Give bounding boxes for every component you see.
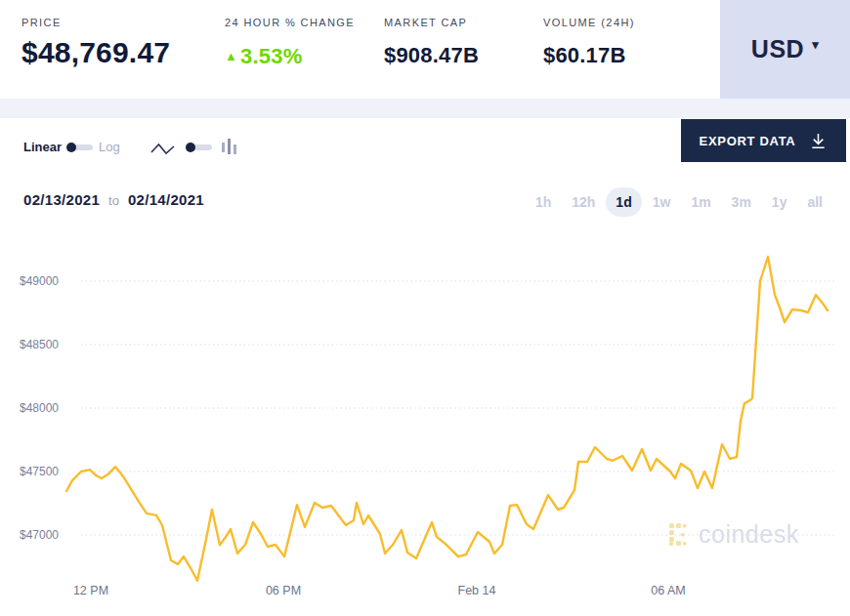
scale-toggle[interactable] <box>66 143 94 152</box>
range-button-1h[interactable]: 1h <box>535 194 551 210</box>
line-chart-icon[interactable] <box>150 142 176 156</box>
export-data-button[interactable]: EXPORT DATA <box>681 119 846 162</box>
coindesk-watermark: coindesk <box>668 520 799 549</box>
chart-controls-row: Linear Log EXPORT DATA <box>0 118 850 175</box>
volume-value: $60.17B <box>543 43 635 68</box>
currency-value: USD <box>751 35 804 63</box>
range-button-3m[interactable]: 3m <box>732 194 751 210</box>
coindesk-logo-icon <box>668 522 692 547</box>
range-button-1d[interactable]: 1d <box>606 187 641 217</box>
x-axis-tick: 06 PM <box>249 584 318 597</box>
end-date[interactable]: 02/14/2021 <box>128 191 204 208</box>
x-axis-tick: 06 AM <box>634 584 702 597</box>
start-date[interactable]: 02/13/2021 <box>23 191 100 208</box>
y-axis-tick: $47000 <box>20 528 78 542</box>
stat-price: PRICE $48,769.47 <box>21 17 170 69</box>
price-label: PRICE <box>21 17 170 28</box>
bar-chart-icon[interactable] <box>222 138 238 157</box>
range-button-1y[interactable]: 1y <box>772 194 787 210</box>
x-axis-tick: 12 PM <box>57 584 125 597</box>
x-axis-tick: Feb 14 <box>443 584 511 597</box>
stat-volume: VOLUME (24H) $60.17B <box>543 17 635 68</box>
time-range-buttons: 1h12h1d1w1m3m1yall <box>535 194 823 210</box>
header-divider-band <box>0 99 850 118</box>
stats-header: PRICE $48,769.47 24 HOUR % CHANGE ▲3.53%… <box>0 0 850 99</box>
change-value: ▲3.53% <box>225 44 355 69</box>
toggle-track <box>192 144 212 150</box>
y-axis-tick: $49000 <box>20 274 78 288</box>
currency-select[interactable]: USD ▾ <box>720 0 850 99</box>
toggle-track <box>73 144 93 150</box>
date-range: 02/13/2021 to 02/14/2021 <box>23 191 204 208</box>
toggle-knob <box>186 143 195 152</box>
range-button-all[interactable]: all <box>807 194 823 210</box>
price-area <box>66 257 828 586</box>
y-axis-tick: $47500 <box>20 465 78 478</box>
volume-label: VOLUME (24H) <box>543 17 635 28</box>
chevron-down-icon: ▾ <box>812 37 819 52</box>
download-icon <box>809 132 828 150</box>
chart-type-toggle[interactable] <box>186 143 213 152</box>
change-percent: 3.53% <box>240 44 302 68</box>
stat-market-cap: MARKET CAP $908.47B <box>384 17 479 68</box>
scale-linear-label[interactable]: Linear <box>23 140 62 154</box>
y-axis-tick: $48500 <box>20 338 78 351</box>
y-axis-tick: $48000 <box>20 401 78 415</box>
toggle-knob <box>66 143 76 152</box>
date-range-separator: to <box>108 193 119 208</box>
price-value: $48,769.47 <box>21 36 170 69</box>
coindesk-price-page: PRICE $48,769.47 24 HOUR % CHANGE ▲3.53%… <box>0 0 850 616</box>
market-cap-value: $908.47B <box>384 43 479 68</box>
range-button-1m[interactable]: 1m <box>691 194 710 210</box>
up-arrow-icon: ▲ <box>225 49 237 63</box>
stat-change: 24 HOUR % CHANGE ▲3.53% <box>225 17 355 69</box>
price-line <box>66 257 828 581</box>
market-cap-label: MARKET CAP <box>384 17 479 28</box>
watermark-text: coindesk <box>699 520 799 549</box>
range-button-1w[interactable]: 1w <box>653 194 671 210</box>
change-label: 24 HOUR % CHANGE <box>225 17 355 28</box>
date-range-row: 02/13/2021 to 02/14/2021 1h12h1d1w1m3m1y… <box>0 175 850 231</box>
range-button-12h[interactable]: 12h <box>572 194 595 210</box>
scale-log-label[interactable]: Log <box>99 140 120 154</box>
export-data-label: EXPORT DATA <box>700 134 796 148</box>
